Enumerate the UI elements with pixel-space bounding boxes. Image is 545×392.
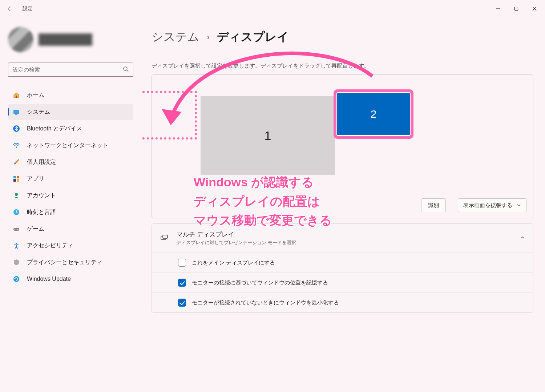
nav-accounts[interactable]: アカウント <box>8 187 133 203</box>
svg-rect-6 <box>16 96 17 98</box>
search-input-wrap[interactable] <box>8 62 133 77</box>
dropdown-label: 表示画面を拡張する <box>463 202 512 209</box>
display-arrangement[interactable]: 1 2 識別 表示画面を拡張する <box>152 74 533 218</box>
svg-point-15 <box>15 193 18 196</box>
person-icon <box>12 191 20 199</box>
sidebar: ホーム システム Bluetooth とデバイス ネットワークとインターネット … <box>0 17 140 392</box>
avatar <box>8 27 33 52</box>
nav: ホーム システム Bluetooth とデバイス ネットワークとインターネット … <box>8 87 133 287</box>
svg-point-10 <box>16 146 17 147</box>
checkbox-checked[interactable] <box>178 279 186 287</box>
main-panel: システム › ディスプレイ ディスプレイを選択して設定を変更します。ディスプレイ… <box>140 17 545 392</box>
update-icon <box>12 275 20 283</box>
svg-rect-1 <box>515 7 518 11</box>
chevron-up-icon <box>520 235 525 242</box>
nav-bluetooth[interactable]: Bluetooth とデバイス <box>8 121 133 137</box>
svg-point-18 <box>15 229 15 230</box>
close-button[interactable] <box>525 1 544 16</box>
svg-rect-12 <box>17 176 19 178</box>
svg-point-4 <box>124 67 127 70</box>
nav-label: プライバシーとセキュリティ <box>27 259 102 266</box>
nav-label: アプリ <box>27 175 44 183</box>
option-remember-position[interactable]: モニターの接続に基づいてウィンドウの位置を記憶する <box>152 272 533 292</box>
display-monitor-1[interactable]: 1 <box>201 96 335 175</box>
svg-point-20 <box>16 243 17 244</box>
account-name-redacted <box>39 33 92 46</box>
display-monitor-2[interactable]: 2 <box>336 92 411 136</box>
nav-label: システム <box>27 108 50 116</box>
svg-rect-7 <box>13 110 19 114</box>
chevron-down-icon <box>517 202 521 209</box>
breadcrumb-parent[interactable]: システム <box>152 29 199 45</box>
search-input[interactable] <box>13 66 123 73</box>
nav-privacy[interactable]: プライバシーとセキュリティ <box>8 254 133 270</box>
svg-point-21 <box>13 276 19 282</box>
svg-rect-11 <box>13 176 16 178</box>
apps-icon <box>12 175 20 183</box>
nav-apps[interactable]: アプリ <box>8 171 133 187</box>
display-mode-dropdown[interactable]: 表示画面を拡張する <box>458 198 526 212</box>
wifi-icon <box>12 141 20 149</box>
nav-label: 個人用設定 <box>27 158 56 166</box>
option-label: これをメイン ディスプレイにする <box>192 259 275 266</box>
gamepad-icon <box>12 225 20 233</box>
bluetooth-icon <box>12 125 20 133</box>
card-subtitle: ディスプレイに対してプレゼンテーション モードを選択 <box>177 239 513 246</box>
nav-label: ネットワークとインターネット <box>27 142 108 149</box>
shield-icon <box>12 258 20 266</box>
home-icon <box>12 91 20 99</box>
svg-rect-17 <box>13 228 19 231</box>
maximize-button[interactable] <box>507 1 525 16</box>
multi-display-header[interactable]: マルチ ディスプレイ ディスプレイに対してプレゼンテーション モードを選択 <box>152 224 533 252</box>
minimize-button[interactable] <box>489 1 507 16</box>
annotation-highlight: 2 <box>334 89 413 139</box>
display-instruction: ディスプレイを選択して設定を変更します。ディスプレイをドラッグして再配置します。 <box>152 62 533 69</box>
nav-network[interactable]: ネットワークとインターネット <box>8 137 133 153</box>
svg-rect-8 <box>15 114 17 115</box>
svg-line-5 <box>127 70 128 72</box>
multi-display-card: マルチ ディスプレイ ディスプレイに対してプレゼンテーション モードを選択 これ… <box>152 223 533 313</box>
search-icon <box>123 66 129 73</box>
app-title: 設定 <box>23 5 33 12</box>
nav-system[interactable]: システム <box>8 104 133 120</box>
svg-rect-13 <box>13 179 16 182</box>
brush-icon <box>12 158 20 166</box>
nav-time[interactable]: 時刻と言語 <box>8 204 133 220</box>
card-title: マルチ ディスプレイ <box>177 230 513 239</box>
nav-label: アカウント <box>27 192 56 199</box>
clock-icon <box>12 208 20 216</box>
chevron-right-icon: › <box>207 32 210 42</box>
nav-personalization[interactable]: 個人用設定 <box>8 154 133 170</box>
breadcrumb: システム › ディスプレイ <box>152 29 533 45</box>
nav-gaming[interactable]: ゲーム <box>8 221 133 237</box>
nav-label: Bluetooth とデバイス <box>27 125 82 133</box>
option-label: モニターが接続されていないときにウィンドウを最小化する <box>192 299 339 306</box>
nav-label: Windows Update <box>27 276 71 282</box>
option-label: モニターの接続に基づいてウィンドウの位置を記憶する <box>192 279 328 286</box>
nav-label: 時刻と言語 <box>27 209 56 216</box>
titlebar: 設定 <box>0 0 545 17</box>
system-icon <box>12 108 20 116</box>
accessibility-icon <box>12 242 20 250</box>
nav-accessibility[interactable]: アクセシビリティ <box>8 238 133 254</box>
nav-label: ゲーム <box>27 225 44 233</box>
account-block[interactable] <box>8 27 133 52</box>
annotation-drop-target <box>140 91 197 140</box>
breadcrumb-current: ディスプレイ <box>217 29 289 45</box>
nav-label: ホーム <box>27 92 44 99</box>
checkbox-unchecked[interactable] <box>178 259 186 267</box>
identify-button[interactable]: 識別 <box>421 198 446 212</box>
option-minimize-disconnected[interactable]: モニターが接続されていないときにウィンドウを最小化する <box>152 292 533 312</box>
nav-home[interactable]: ホーム <box>8 87 133 103</box>
option-main-display[interactable]: これをメイン ディスプレイにする <box>152 252 533 272</box>
multi-display-icon <box>160 234 169 243</box>
nav-update[interactable]: Windows Update <box>8 271 133 287</box>
checkbox-checked[interactable] <box>178 299 186 307</box>
nav-label: アクセシビリティ <box>27 242 73 250</box>
back-button[interactable] <box>4 3 15 15</box>
svg-rect-14 <box>17 179 19 182</box>
svg-rect-23 <box>163 235 167 238</box>
svg-point-19 <box>17 229 18 230</box>
